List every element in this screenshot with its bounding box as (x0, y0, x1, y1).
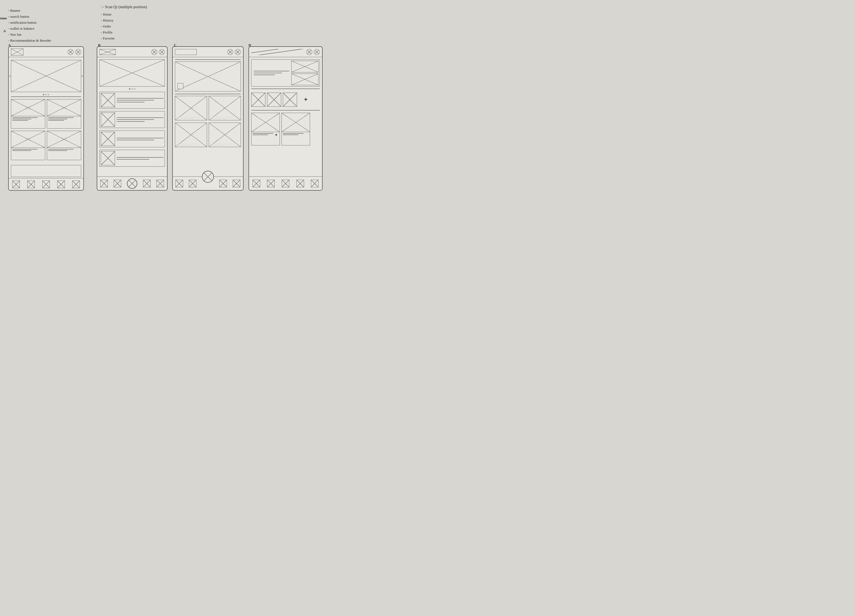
notes-left: Home A - Banner - search button - notifi… (8, 5, 51, 44)
phone-d-navbar[interactable] (249, 176, 322, 190)
phone-b (97, 46, 167, 191)
nav-d-home[interactable] (253, 180, 260, 187)
nav-icon-home[interactable] (12, 180, 20, 188)
nav-icon-cart[interactable] (72, 180, 80, 188)
phone-d: ✦ ✦ (248, 46, 323, 191)
nav-icon-search[interactable] (27, 180, 35, 188)
nav-d-history[interactable] (267, 180, 275, 187)
nav-icon-profile[interactable] (57, 180, 65, 188)
nav-d-favorite[interactable] (311, 180, 319, 187)
phone-c (172, 46, 244, 191)
phone-a: ‹ › (8, 46, 84, 191)
wireframe-page: Home A - Banner - search button - notifi… (0, 0, 349, 251)
nav-d-profile[interactable] (296, 180, 304, 187)
phone-c-navbar[interactable] (173, 176, 243, 190)
nav-c-history[interactable] (189, 180, 196, 187)
nav-b-favorite[interactable] (156, 180, 164, 187)
nav-d-order[interactable] (282, 180, 290, 187)
nav-icon-scan[interactable] (42, 180, 50, 188)
scan-label: : - Scan Qr (multiple position) (101, 5, 147, 9)
nav-b-home[interactable] (100, 180, 108, 187)
phone-b-navbar[interactable] (97, 176, 167, 190)
phone-a-navbar[interactable] (9, 178, 83, 190)
nav-b-profile[interactable] (143, 180, 151, 187)
nav-c-home[interactable] (175, 180, 183, 187)
notes-right: : - Scan Qr (multiple position) - Home -… (101, 4, 147, 41)
nav-c-favorite[interactable] (233, 180, 240, 187)
nav-c-profile[interactable] (219, 180, 227, 187)
nav-b-history[interactable] (113, 180, 121, 187)
